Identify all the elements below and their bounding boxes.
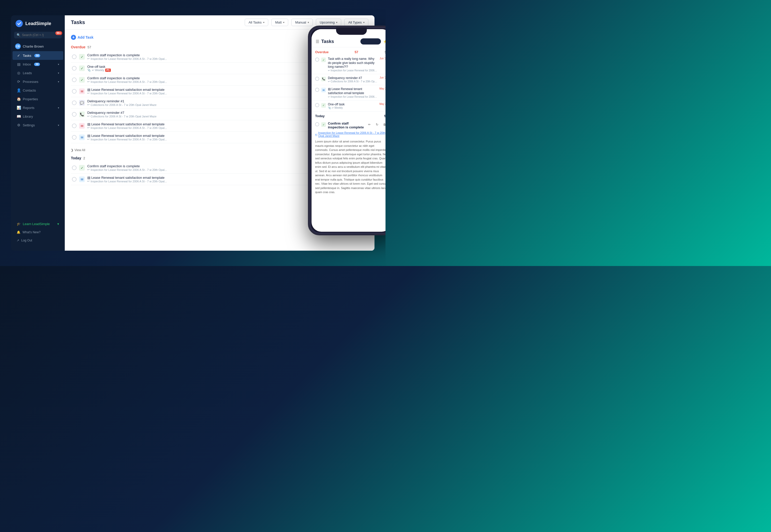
sidebar-item-library[interactable]: 📖 Library: [13, 112, 63, 121]
properties-icon: 🏠: [17, 97, 21, 101]
username: Charlie Brown: [23, 45, 44, 48]
task-checkbox[interactable]: [72, 54, 76, 59]
phone-overdue-count: 57: [355, 50, 358, 54]
task-checkbox[interactable]: [72, 89, 76, 94]
chevron-down-icon: ▾: [58, 124, 59, 127]
task-type-check-icon: ✓: [79, 65, 85, 71]
trash-icon[interactable]: 🗑: [384, 50, 386, 54]
sidebar-item-label: Leads: [23, 71, 32, 75]
sidebar-item-label: Settings: [23, 123, 35, 127]
phone-task-checkbox[interactable]: [315, 77, 319, 81]
task-checkbox[interactable]: [72, 101, 76, 105]
chevron-down-icon: ▾: [283, 21, 284, 24]
phone-task-info: ▤ Lease Renewal tenant satisfaction emai…: [328, 87, 377, 98]
sidebar-item-inbox[interactable]: ▤ Inbox 39 ▾: [13, 60, 63, 69]
sidebar-item-label: Properties: [23, 97, 38, 101]
phone-action-icons: ✏ ↻ 🗑: [366, 121, 386, 128]
logo-text: LeadSimple: [25, 21, 51, 26]
sidebar-item-label: What's New?: [23, 230, 40, 234]
phone-task-name: One-off task: [328, 103, 377, 107]
task-checkbox[interactable]: [72, 77, 76, 82]
task-checkbox[interactable]: [72, 135, 76, 140]
phone-task-checkbox[interactable]: [315, 88, 319, 92]
phone-task-name: Delinquency reminder #7: [328, 76, 378, 80]
leads-icon: ◎: [17, 71, 21, 75]
whats-new-icon: 🔔: [17, 230, 20, 234]
task-type-check-icon: ✓: [79, 54, 85, 60]
sidebar-item-tasks[interactable]: ✓ Tasks 58: [13, 51, 63, 60]
sidebar-item-contacts[interactable]: 👤 Contacts: [13, 86, 63, 95]
task-type-msg-icon: 💬: [79, 100, 85, 106]
phone-lorem-text: Lorem ipsum dolor sit amet consectetur. …: [315, 139, 386, 194]
phone-task-email-icon: ✉: [321, 88, 326, 92]
trash-icon[interactable]: 🗑: [382, 121, 386, 128]
phone-task-row[interactable]: 📞 Delinquency reminder #7 ↩ Collections …: [312, 74, 386, 85]
phone-task-row[interactable]: ✓ Task with a really long name. Why do p…: [312, 55, 386, 74]
chevron-down-icon: ▾: [58, 72, 59, 74]
task-checkbox[interactable]: [72, 165, 76, 170]
chevron-down-icon: ▾: [58, 80, 59, 83]
edit-icon[interactable]: ✏: [366, 121, 372, 128]
sidebar-item-whats-new[interactable]: 🔔 What's New?: [13, 228, 63, 236]
phone-overdue-header: Overdue 57 🗑: [312, 47, 386, 55]
sidebar-item-settings[interactable]: ⚙ Settings ▾: [13, 121, 63, 129]
filter-icon[interactable]: ⚡: [383, 39, 386, 43]
sidebar-item-label: Contacts: [23, 88, 36, 92]
chevron-down-icon: ▾: [58, 106, 59, 109]
sidebar-item-leads[interactable]: ◎ Leads ▾: [13, 69, 63, 77]
logo: LeadSimple: [11, 19, 65, 32]
processes-icon: ⟳: [17, 80, 21, 84]
task-checkbox[interactable]: [72, 124, 76, 128]
sidebar-item-logout[interactable]: ↗ Log Out: [13, 236, 63, 245]
phone-task-check-icon: ✓: [321, 103, 326, 108]
search-icon: 🔍: [17, 33, 20, 37]
chevron-down-icon: ▾: [308, 21, 309, 24]
phone-task-link[interactable]: ↩ Inspection for Lease Renewal for 2006 …: [315, 131, 386, 137]
phone-notch: [336, 28, 367, 35]
logout-icon: ↗: [17, 239, 19, 242]
today-title: Today: [71, 156, 81, 160]
logo-icon: [15, 19, 23, 28]
chevron-down-icon: ▾: [336, 21, 337, 24]
contacts-icon: 👤: [17, 88, 21, 92]
search-bar[interactable]: 🔍 99+: [14, 32, 62, 38]
phone-task-sub: ↩ Inspection for Lease Renewal for 2006 …: [328, 69, 378, 72]
task-checkbox[interactable]: [72, 112, 76, 117]
inbox-badge: 39: [34, 63, 40, 66]
refresh-icon[interactable]: ↻: [374, 121, 380, 128]
library-icon: 📖: [17, 114, 21, 118]
page-title: Tasks: [71, 19, 242, 25]
phone-task-row[interactable]: ✉ ▤ Lease Renewal tenant satisfaction em…: [312, 85, 386, 100]
filter-all-tasks[interactable]: All Tasks ▾: [245, 19, 268, 26]
phone-task-sub: 📎 ↩ Weekly: [328, 106, 377, 109]
task-type-check-icon: ✓: [79, 77, 85, 83]
hamburger-icon[interactable]: ☰: [316, 39, 319, 44]
phone-task-checkbox[interactable]: [315, 58, 319, 62]
phone-task-checkbox[interactable]: [315, 103, 319, 107]
sidebar-item-reports[interactable]: 📊 Reports ▾: [13, 103, 63, 112]
sidebar-item-label: Processes: [23, 80, 38, 84]
phone-body: Overdue 57 🗑 ✓ Task with a really long n…: [312, 47, 386, 232]
notification-badge[interactable]: 99+: [55, 31, 62, 35]
phone-mockup: ☰ Tasks ⚡ Overdue 57 🗑 ✓ Task with a rea…: [308, 26, 386, 235]
sidebar-item-processes[interactable]: ⟳ Processes ▾: [13, 77, 63, 86]
overdue-count: 57: [87, 45, 91, 49]
phone-title-bar: [360, 38, 381, 45]
search-input[interactable]: [22, 33, 60, 37]
filter-upcoming[interactable]: Upcoming ▾: [316, 19, 342, 26]
phone-task-checkbox[interactable]: [315, 122, 319, 126]
phone-task-sub: ↩ Collections for 2006 A St - 7 w 20th O…: [328, 80, 378, 83]
task-type-email-blue-icon: ✉: [79, 135, 85, 140]
task-checkbox[interactable]: [72, 66, 76, 71]
task-type-phone-icon: 📞: [79, 112, 85, 117]
sidebar-item-learn[interactable]: 🎓 Learn LeadSimple ▾: [13, 220, 63, 228]
filter-manual[interactable]: Manual ▾: [291, 19, 313, 26]
sidebar-item-label: Inbox: [23, 62, 31, 66]
user-profile[interactable]: CB Charlie Brown: [11, 41, 65, 51]
filter-all-types[interactable]: All Types ▾: [344, 19, 368, 26]
filter-matt[interactable]: Matt ▾: [271, 19, 288, 26]
phone-overdue-title: Overdue: [315, 50, 329, 54]
task-checkbox[interactable]: [72, 177, 76, 182]
sidebar-item-properties[interactable]: 🏠 Properties: [13, 95, 63, 103]
phone-task-row[interactable]: ✓ One-off task 📎 ↩ Weekly May 30: [312, 101, 386, 112]
